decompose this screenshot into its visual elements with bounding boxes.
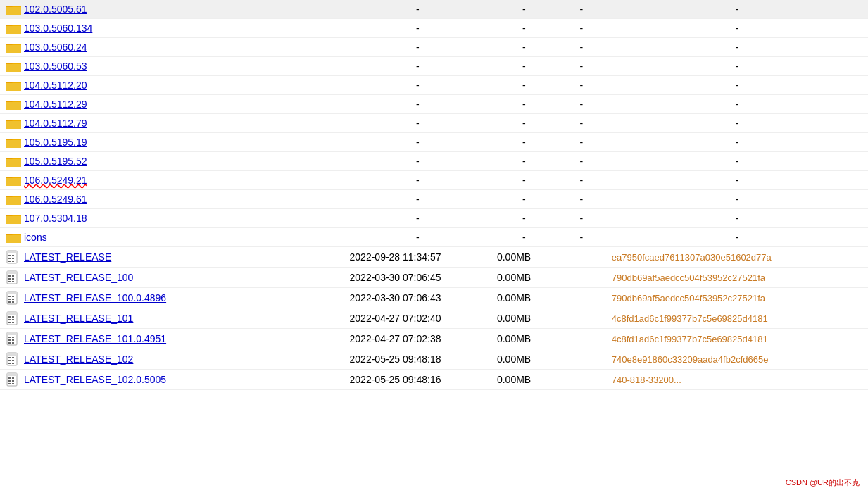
- svg-rect-73: [12, 299, 14, 300]
- hash-cell: -: [606, 38, 868, 57]
- svg-rect-62: [8, 275, 11, 277]
- date-cell: -: [344, 171, 491, 190]
- svg-rect-11: [6, 45, 21, 53]
- table-row: 103.0.5060.24----: [0, 38, 868, 57]
- extra-cell: [557, 308, 606, 329]
- file-icon: [6, 291, 21, 305]
- hash-cell: -: [606, 171, 868, 190]
- folder-icon: [6, 41, 21, 54]
- file-icon: [6, 311, 21, 325]
- size-cell: -: [491, 76, 557, 95]
- svg-rect-78: [8, 316, 11, 318]
- size-cell: -: [491, 228, 557, 247]
- hash-cell: 740e8e91860c33209aada4fb2cfd665e: [606, 349, 868, 370]
- svg-rect-98: [8, 363, 11, 364]
- extra-cell: -: [557, 114, 606, 133]
- file-link[interactable]: 104.0.5112.79: [24, 118, 87, 129]
- file-link[interactable]: LATEST_RELEASE_102.0.5005: [24, 374, 166, 385]
- size-cell: 0.00MB: [491, 288, 557, 308]
- folder-icon: [6, 22, 21, 35]
- file-link[interactable]: 104.0.5112.29: [24, 99, 87, 110]
- table-row: 103.0.5060.134----: [0, 19, 868, 38]
- hash-cell: -: [606, 133, 868, 152]
- date-cell: -: [344, 19, 491, 38]
- file-link[interactable]: 104.0.5112.20: [24, 80, 87, 91]
- table-row: 102.0.5005.61----: [0, 0, 868, 19]
- size-cell: -: [491, 114, 557, 133]
- svg-rect-81: [12, 319, 14, 320]
- extra-cell: -: [557, 19, 606, 38]
- svg-rect-19: [6, 83, 21, 91]
- date-cell: 2022-04-27 07:02:40: [344, 308, 491, 329]
- svg-rect-95: [12, 357, 14, 358]
- file-link[interactable]: LATEST_RELEASE: [24, 251, 111, 263]
- file-link[interactable]: 103.0.5060.24: [24, 42, 87, 53]
- size-cell: -: [491, 38, 557, 57]
- hash-cell: -: [606, 76, 868, 95]
- svg-rect-106: [8, 383, 11, 384]
- svg-rect-51: [6, 235, 21, 243]
- size-cell: -: [491, 57, 557, 76]
- folder-icon: [6, 231, 21, 244]
- folder-icon: [6, 3, 21, 15]
- date-cell: -: [344, 114, 491, 133]
- svg-rect-70: [8, 296, 11, 297]
- svg-rect-63: [12, 275, 14, 277]
- date-cell: -: [344, 190, 491, 209]
- size-cell: 0.00MB: [491, 308, 557, 329]
- svg-rect-57: [12, 258, 14, 259]
- file-link[interactable]: 106.0.5249.61: [24, 194, 87, 205]
- table-row: 107.0.5304.18----: [0, 209, 868, 228]
- file-icon: [6, 372, 21, 387]
- table-row: LATEST_RELEASE_1022022-05-25 09:48:180.0…: [0, 349, 868, 370]
- date-cell: 2022-09-28 11:34:57: [344, 247, 491, 268]
- file-link[interactable]: LATEST_RELEASE_101: [24, 313, 133, 324]
- watermark: CSDN @UR的出不克: [783, 476, 862, 489]
- hash-cell: -: [606, 95, 868, 114]
- hash-cell: -: [606, 0, 868, 19]
- file-link[interactable]: 102.0.5005.61: [24, 4, 87, 15]
- date-cell: -: [344, 38, 491, 57]
- svg-rect-69: [7, 292, 17, 294]
- file-link[interactable]: LATEST_RELEASE_102: [24, 353, 133, 365]
- folder-icon: [6, 193, 21, 206]
- file-link[interactable]: LATEST_RELEASE_100.0.4896: [24, 292, 166, 303]
- file-link[interactable]: 103.0.5060.53: [24, 61, 87, 72]
- file-link[interactable]: 103.0.5060.134: [24, 23, 92, 34]
- size-cell: 0.00MB: [491, 370, 557, 390]
- file-link[interactable]: LATEST_RELEASE_100: [24, 272, 133, 283]
- svg-rect-65: [12, 278, 14, 280]
- svg-rect-58: [8, 261, 11, 262]
- svg-rect-93: [7, 353, 17, 356]
- hash-cell: -: [606, 209, 868, 228]
- folder-icon: [6, 117, 21, 130]
- extra-cell: -: [557, 228, 606, 247]
- svg-rect-61: [7, 271, 17, 274]
- file-icon: [6, 352, 21, 366]
- extra-cell: -: [557, 190, 606, 209]
- extra-cell: [557, 349, 606, 370]
- svg-rect-85: [7, 332, 17, 335]
- svg-rect-89: [12, 339, 14, 341]
- table-row: 106.0.5249.61----: [0, 190, 868, 209]
- svg-rect-83: [12, 322, 14, 323]
- file-link[interactable]: 105.0.5195.52: [24, 156, 87, 167]
- svg-rect-75: [12, 301, 14, 303]
- date-cell: -: [344, 95, 491, 114]
- table-row: 105.0.5195.19----: [0, 133, 868, 152]
- file-link[interactable]: icons: [24, 232, 47, 243]
- svg-rect-74: [8, 301, 11, 303]
- svg-rect-90: [8, 342, 11, 344]
- hash-cell: 4c8fd1ad6c1f99377b7c5e69825d4181: [606, 329, 868, 349]
- hash-cell: 740-818-33200...: [606, 370, 868, 390]
- svg-rect-99: [12, 363, 14, 364]
- svg-rect-27: [6, 121, 21, 129]
- file-link[interactable]: 105.0.5195.19: [24, 137, 87, 148]
- file-link[interactable]: 106.0.5249.21: [24, 175, 87, 186]
- size-cell: -: [491, 133, 557, 152]
- file-link[interactable]: 107.0.5304.18: [24, 213, 87, 224]
- file-link[interactable]: LATEST_RELEASE_101.0.4951: [24, 333, 166, 344]
- table-row: icons----: [0, 228, 868, 247]
- extra-cell: -: [557, 57, 606, 76]
- folder-icon: [6, 79, 21, 92]
